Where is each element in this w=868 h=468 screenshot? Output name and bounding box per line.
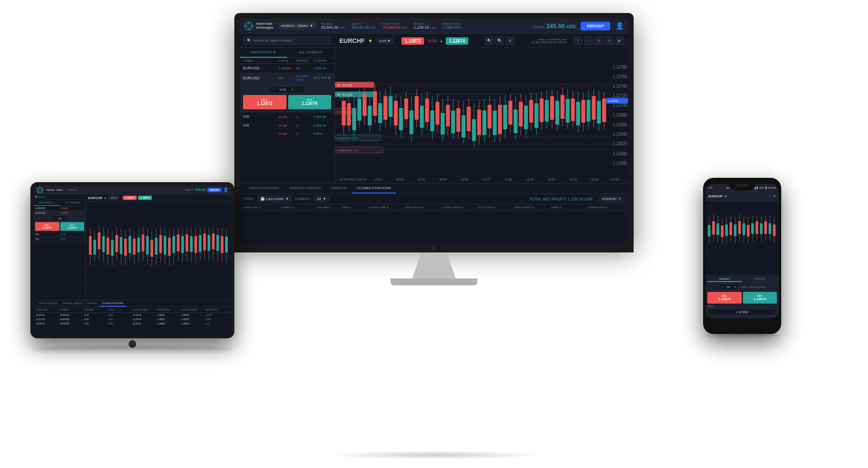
monitor-screen: match-trade technologies #000002 - DEMO … xyxy=(240,18,628,244)
svg-rect-77 xyxy=(420,106,424,128)
monitor-camera xyxy=(433,247,435,249)
bottom-tabs: OPEN POSITIONS PENDING ORDERS FINANCE CL… xyxy=(240,183,628,194)
play-btn[interactable]: ▶ xyxy=(615,36,624,45)
tab-closed-positions[interactable]: CLOSED POSITIONS xyxy=(352,183,397,193)
tab-pending-orders[interactable]: PENDING ORDERS xyxy=(284,183,326,193)
svg-rect-223 xyxy=(207,235,210,251)
svg-rect-264 xyxy=(760,223,763,234)
tab-open-positions[interactable]: OPEN POSITIONS xyxy=(244,183,284,193)
tab-all-symbols[interactable]: ALL SYMBOLS xyxy=(287,48,335,58)
svg-text:1.12580: 1.12580 xyxy=(613,160,627,166)
svg-text:#110/95 BUY 0.01: #110/95 BUY 0.01 xyxy=(336,137,358,140)
symbol-row-vix3[interactable]: 14.30 2 0.09% xyxy=(240,130,335,138)
tablet-search[interactable]: 🔍 Search... xyxy=(34,194,85,200)
phone-container: 9:41 Match Trade ● ▌▌▌ WiFi 🔋 5:00 AM EU… xyxy=(703,178,781,334)
tablet-symbol-vix1[interactable]: VIX 14.30 xyxy=(34,232,85,237)
svg-rect-125 xyxy=(545,100,549,121)
chart-area: EURCHF ★ m15 ▼ 1.12872 - 0.01 ▲ 1.12874 xyxy=(335,34,628,183)
svg-rect-79 xyxy=(425,99,429,122)
settings-btn[interactable]: ⚙ xyxy=(506,36,514,45)
symbol-row-eurusd1[interactable]: EURUSD 1.28204 20 1.22% ★ xyxy=(240,64,335,72)
phone-tab-pending[interactable]: PENDING xyxy=(742,277,777,282)
svg-rect-85 xyxy=(441,113,444,134)
phone-qty-control[interactable]: − 20 + xyxy=(718,284,738,290)
svg-rect-145 xyxy=(597,101,601,123)
svg-rect-61 xyxy=(378,104,382,123)
svg-rect-67 xyxy=(394,101,398,125)
tablet-tab-open[interactable]: OPEN POSITIONS xyxy=(36,301,60,307)
zoom-out-btn[interactable]: 🔍 xyxy=(495,36,504,45)
svg-rect-103 xyxy=(488,105,491,128)
svg-rect-123 xyxy=(540,99,543,122)
svg-rect-121 xyxy=(535,104,538,128)
tablet-deposit-btn[interactable]: DEPOSIT xyxy=(207,188,221,192)
phone-sell-btn[interactable]: SELL 1.12672 xyxy=(707,292,742,304)
pencil-tool[interactable]: ✎ xyxy=(595,36,603,45)
tablet-tab-finance[interactable]: FINANCE xyxy=(85,301,99,307)
tablet-table-row2: 11:12:33EURUSD0.10BUY11:25:181.196121.19… xyxy=(34,317,231,321)
curve-tool[interactable]: ∿ xyxy=(605,36,614,45)
qty-decrease[interactable]: − xyxy=(270,86,277,93)
phone-chart-svg xyxy=(706,201,779,275)
qty-increase[interactable]: + xyxy=(289,86,296,93)
tablet-qty-control[interactable]: − 0.01 + xyxy=(51,216,69,221)
svg-point-161 xyxy=(37,187,43,193)
trading-ui: match-trade technologies #000002 - DEMO … xyxy=(240,18,628,244)
sell-button[interactable]: SELL 1.12672 xyxy=(243,95,286,109)
phone-buy-btn[interactable]: BUY 1.12674 xyxy=(743,292,777,304)
symbol-row-vix1[interactable]: VIX 14.30 2 0.09% ★ xyxy=(240,112,335,121)
tablet-chart: EURCHF ★ m15 ▼ 1.12872 1.12874 xyxy=(86,194,231,300)
tablet-timeframe[interactable]: m15 ▼ xyxy=(108,196,119,200)
search-input[interactable]: 🔍 Search for asset to trade... xyxy=(243,36,331,45)
tablet-sell-btn[interactable]: SELL 1.12672 xyxy=(35,222,59,231)
svg-rect-129 xyxy=(556,101,559,124)
zoom-in-btn[interactable]: 🔍 xyxy=(485,36,493,45)
symbol-row-eurusd2[interactable]: EURUSD Info ✦ Create Order 20 1.22% ★ xyxy=(240,72,335,83)
free-funds-stat: FREE FUNDS 24,543.20 USD xyxy=(383,23,407,29)
tab-finance[interactable]: FINANCE xyxy=(326,183,352,193)
tablet-buy-btn[interactable]: BUY 1.12674 xyxy=(60,222,85,231)
tab-favourites[interactable]: FAVOURITES ★ xyxy=(240,48,287,58)
qty-control[interactable]: − 0.01 + xyxy=(270,86,305,93)
phone-expand-icon[interactable]: ⤢ xyxy=(769,194,772,198)
minus-tool[interactable]: − xyxy=(584,36,593,45)
tablet-tab-fav[interactable]: FAVOURITES ★ xyxy=(34,200,60,206)
tablet-tab-all[interactable]: ALL SYMBOLS xyxy=(60,200,86,206)
expand-button[interactable]: EXPAND ↗ xyxy=(599,196,624,202)
svg-text:11:15: 11:15 xyxy=(483,177,490,181)
pair-star[interactable]: ★ xyxy=(368,38,373,44)
svg-rect-231 xyxy=(225,237,228,253)
svg-rect-107 xyxy=(498,105,502,134)
phone-star[interactable]: ★ xyxy=(724,195,727,198)
timeframe-select[interactable]: m15 ▼ xyxy=(376,38,394,44)
svg-rect-252 xyxy=(734,224,736,236)
tablet-symbol-eurusd2[interactable]: EURUSD 1.28204 − 0.01 + xyxy=(34,211,85,232)
svg-rect-240 xyxy=(708,225,710,237)
deposit-button[interactable]: DEPOSIT xyxy=(581,22,610,30)
tablet-star[interactable]: ★ xyxy=(104,196,106,200)
arrow-icon: ▲ xyxy=(439,39,443,43)
tablet-symbol-eurusd[interactable]: EURUSD 1.28204 xyxy=(34,206,85,211)
symbols-filter-select[interactable]: All ▼ xyxy=(314,196,329,202)
phone-settings-icon[interactable]: ⚙ xyxy=(773,194,776,198)
phone-signal: ▌▌▌ WiFi 🔋 5:00 AM xyxy=(754,187,776,189)
tablet-tab-closed[interactable]: CLOSED POSITIONS xyxy=(99,301,126,307)
tablet-symbol-vix2[interactable]: VIX 14.30 xyxy=(34,237,85,242)
symbol-row-vix2[interactable]: VIX 14.30 2 0.09% ★ xyxy=(240,121,335,130)
tablet-user-icon[interactable]: 👤 xyxy=(223,187,228,192)
svg-rect-111 xyxy=(509,101,512,124)
svg-text:11:45: 11:45 xyxy=(526,177,533,181)
tablet-tab-pending[interactable]: PENDING ORDERS xyxy=(60,301,85,307)
date-filter-select[interactable]: 📅 Last month ▼ xyxy=(257,196,292,202)
phone-tab-market[interactable]: MARKET xyxy=(707,277,742,282)
user-icon[interactable]: 👤 xyxy=(615,22,624,30)
phone-price-input[interactable]: − 1.123002 + xyxy=(707,309,777,315)
buy-button[interactable]: BUY 1.12674 xyxy=(288,95,332,109)
svg-rect-250 xyxy=(730,223,732,235)
search-bar: 🔍 Search for asset to trade... xyxy=(240,34,335,48)
svg-rect-262 xyxy=(756,221,758,234)
tablet-logo xyxy=(36,187,43,193)
line-tool[interactable]: | xyxy=(574,36,582,45)
svg-rect-256 xyxy=(743,223,745,235)
account-selector[interactable]: #000002 - DEMO ▼ xyxy=(278,23,316,29)
